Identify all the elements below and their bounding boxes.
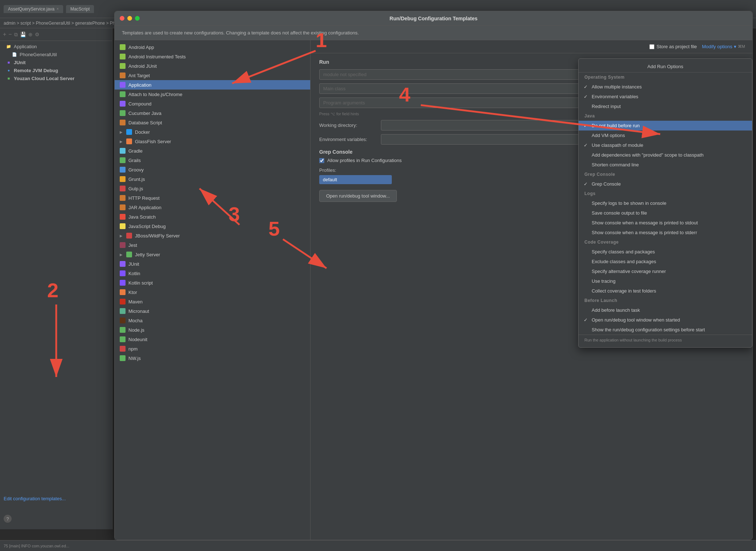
- help-icon-btn[interactable]: ?: [4, 515, 12, 523]
- save-console-item[interactable]: Save console output to file: [579, 208, 752, 218]
- store-project-file-checkbox[interactable]: [649, 44, 654, 49]
- edit-templates-link[interactable]: Edit configuration templates...: [4, 496, 66, 501]
- exclude-classes-item[interactable]: Exclude classes and packages: [579, 257, 752, 266]
- tpl-groovy[interactable]: Groovy: [115, 165, 310, 174]
- tpl-junit[interactable]: JUnit: [115, 259, 310, 269]
- tpl-jboss[interactable]: ▶ JBoss/WildFly Server: [115, 231, 310, 240]
- jetty-icon: [126, 252, 132, 257]
- open-tool-window-item[interactable]: ✓ Open run/debug tool window when starte…: [579, 315, 752, 325]
- close-button[interactable]: [120, 16, 124, 21]
- folder-icon: 📁: [6, 44, 12, 49]
- tpl-http[interactable]: HTTP Request: [115, 193, 310, 203]
- tpl-application[interactable]: Application: [115, 80, 310, 90]
- maximize-button[interactable]: [135, 16, 140, 21]
- grep-console-item[interactable]: ✓ Grep Console: [579, 179, 752, 189]
- sidebar-minus-icon[interactable]: −: [8, 31, 12, 38]
- node-attach-icon: [120, 91, 126, 97]
- tpl-grails[interactable]: Grails: [115, 156, 310, 165]
- sidebar-settings-icon[interactable]: ⚙: [35, 32, 40, 37]
- sidebar-item-junit[interactable]: ■ JUnit: [0, 58, 112, 66]
- tpl-android-app[interactable]: Android App: [115, 42, 310, 52]
- tpl-java-scratch[interactable]: Java Scratch: [115, 212, 310, 221]
- sidebar-item-youzan[interactable]: ■ Youzan Cloud Local Server: [0, 74, 112, 82]
- modify-options-button[interactable]: Modify options ▾ ⌘M: [702, 44, 745, 49]
- chevron-right-icon4: ▶: [120, 253, 123, 257]
- dialog-titlebar: Run/Debug Configuration Templates: [115, 11, 752, 26]
- tpl-js-debug[interactable]: JavaScript Debug: [115, 221, 310, 231]
- open-debug-btn[interactable]: Open run/debug tool window...: [319, 190, 397, 202]
- maven-icon: [120, 299, 126, 304]
- profile-default[interactable]: default: [319, 175, 392, 184]
- tpl-npm[interactable]: npm: [115, 344, 310, 353]
- chevron-right-icon2: ▶: [120, 140, 123, 144]
- sidebar-item-application[interactable]: 📁 Application: [0, 42, 112, 50]
- server-icon: ■: [6, 75, 12, 81]
- dialog-info: Templates are used to create new configu…: [115, 26, 752, 40]
- sidebar-add-icon[interactable]: +: [3, 31, 6, 38]
- cucumber-icon: [120, 110, 126, 116]
- dialog-body: Android App Android Instrumented Tests A…: [115, 40, 752, 540]
- allow-profiles-checkbox[interactable]: [319, 158, 324, 163]
- tpl-ant-target[interactable]: Ant Target: [115, 71, 310, 80]
- tpl-mocha[interactable]: Mocha: [115, 316, 310, 325]
- sidebar-save-icon[interactable]: 💾: [20, 32, 26, 37]
- add-dependencies-item[interactable]: Add dependencies with "provided" scope t…: [579, 150, 752, 160]
- use-classpath-item[interactable]: ✓ Use classpath of module: [579, 140, 752, 150]
- tpl-android-instrumented[interactable]: Android Instrumented Tests: [115, 52, 310, 61]
- tpl-glassfish[interactable]: ▶ GlassFish Server: [115, 137, 310, 146]
- os-section-header: Operating System: [579, 72, 752, 82]
- nw-icon: [120, 355, 126, 361]
- tpl-nodejs[interactable]: Node.js: [115, 325, 310, 335]
- alt-coverage-item[interactable]: Specify alternative coverage runner: [579, 266, 752, 276]
- tpl-cucumber[interactable]: Cucumber Java: [115, 108, 310, 118]
- collect-coverage-item[interactable]: Collect coverage in test folders: [579, 286, 752, 296]
- tpl-nodeunit[interactable]: Nodeunit: [115, 335, 310, 344]
- no-build-item[interactable]: ✓ Do not build before run: [579, 121, 752, 130]
- show-console-stderr-item[interactable]: Show console when a message is printed t…: [579, 228, 752, 237]
- tpl-grunt[interactable]: Grunt.js: [115, 174, 310, 184]
- tab-mac[interactable]: MacScript: [66, 5, 94, 13]
- tpl-maven[interactable]: Maven: [115, 297, 310, 306]
- env-variables-item[interactable]: ✓ Environment variables: [579, 92, 752, 102]
- tpl-micronaut[interactable]: Micronaut: [115, 306, 310, 316]
- allow-multiple-item[interactable]: ✓ Allow multiple instances: [579, 82, 752, 92]
- show-config-before-item[interactable]: Show the run/debug configuration setting…: [579, 325, 752, 335]
- tab-asset[interactable]: AssetQueryService.java ×: [4, 5, 63, 13]
- tpl-ktor[interactable]: Ktor: [115, 287, 310, 297]
- file-icon: 📄: [12, 51, 17, 57]
- redirect-input-item[interactable]: Redirect input: [579, 102, 752, 111]
- show-console-stdout-item[interactable]: Show console when a message is printed t…: [579, 218, 752, 228]
- check-icon: ✓: [584, 84, 588, 90]
- add-vm-item[interactable]: Add VM options: [579, 130, 752, 140]
- tab-close-icon[interactable]: ×: [57, 7, 59, 11]
- tpl-jetty[interactable]: ▶ Jetty Server: [115, 250, 310, 259]
- add-before-launch-item[interactable]: Add before launch task: [579, 305, 752, 315]
- specify-classes-item[interactable]: Specify classes and packages: [579, 247, 752, 257]
- java-section-header: Java: [579, 111, 752, 121]
- tpl-compound[interactable]: Compound: [115, 99, 310, 108]
- tpl-android-junit[interactable]: Android JUnit: [115, 61, 310, 71]
- tpl-jar[interactable]: JAR Application: [115, 203, 310, 212]
- minimize-button[interactable]: [127, 16, 132, 21]
- tpl-jest[interactable]: Jest: [115, 240, 310, 250]
- sidebar-item-remote[interactable]: ● Remote JVM Debug: [0, 66, 112, 74]
- tpl-nw[interactable]: NW.js: [115, 353, 310, 363]
- sidebar-copy-icon[interactable]: ⧉: [14, 32, 18, 38]
- config-header: Store as project file Modify options ▾ ⌘…: [311, 40, 752, 53]
- tpl-gradle[interactable]: Gradle: [115, 146, 310, 156]
- shorten-cmd-item[interactable]: Shorten command line: [579, 160, 752, 170]
- tpl-attach-node[interactable]: Attach to Node.js/Chrome: [115, 90, 310, 99]
- chevron-right-icon3: ▶: [120, 234, 123, 238]
- tpl-kotlin[interactable]: Kotlin: [115, 269, 310, 278]
- http-icon: [120, 195, 126, 201]
- tpl-gulp[interactable]: Gulp.js: [115, 184, 310, 193]
- add-run-options-item[interactable]: Add Run Options: [579, 61, 752, 72]
- ant-icon: [120, 72, 126, 78]
- sidebar-add2-icon[interactable]: ⊕: [28, 32, 33, 37]
- tpl-docker[interactable]: ▶ Docker: [115, 127, 310, 137]
- tpl-db-script[interactable]: Database Script: [115, 118, 310, 127]
- tpl-kotlin-script[interactable]: Kotlin script: [115, 278, 310, 287]
- use-tracing-item[interactable]: Use tracing: [579, 276, 752, 286]
- specify-logs-item[interactable]: Specify logs to be shown in console: [579, 198, 752, 208]
- sidebar-item-phone[interactable]: 📄 PhoneGeneralUtil: [0, 50, 112, 58]
